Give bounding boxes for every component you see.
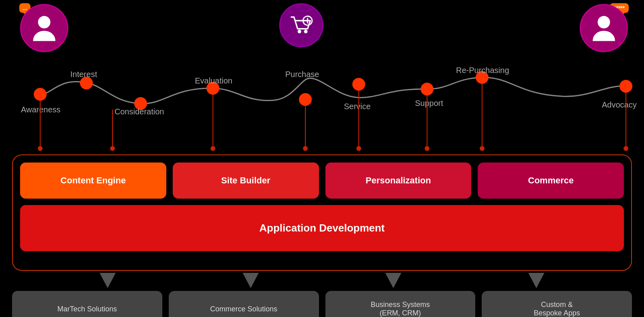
custom-apps-label: Custom & Bespoke Apps [534, 301, 580, 317]
svg-text:Service: Service [344, 102, 371, 111]
svg-point-28 [110, 146, 115, 151]
martech-label: MarTech Solutions [57, 305, 117, 313]
svg-point-15 [619, 80, 632, 93]
arrows-row [12, 273, 632, 289]
svg-point-7 [34, 88, 47, 101]
appdev-label: Application Development [259, 222, 384, 234]
martech-box: MarTech Solutions [12, 291, 162, 317]
svg-point-36 [425, 146, 429, 151]
svg-text:Interest: Interest [70, 70, 97, 79]
arrow-commerce [241, 273, 261, 289]
commerce-solutions-label: Commerce Solutions [210, 305, 277, 313]
svg-text:Consideration: Consideration [114, 107, 164, 116]
svg-text:Advocacy: Advocacy [602, 100, 637, 109]
svg-point-26 [38, 146, 43, 151]
main-card: Content Engine Site Builder Personalizat… [12, 154, 632, 271]
appdev-bar[interactable]: Application Development [20, 205, 624, 251]
svg-text:Purchase: Purchase [285, 70, 319, 79]
svg-point-30 [211, 146, 215, 151]
svg-point-40 [624, 146, 628, 151]
info-boxes: MarTech Solutions Commerce Solutions Bus… [12, 291, 632, 317]
journey-area: ... ***** [0, 0, 644, 156]
site-builder-button[interactable]: Site Builder [173, 163, 319, 199]
arrow-custom [526, 273, 546, 289]
top-buttons-row: Content Engine Site Builder Personalizat… [20, 163, 624, 199]
arrow-martech [98, 273, 118, 289]
svg-marker-43 [385, 273, 401, 288]
svg-point-12 [352, 78, 365, 91]
business-systems-box: Business Systems (ERM, CRM) [325, 291, 476, 317]
svg-point-32 [303, 146, 308, 151]
svg-point-38 [480, 146, 485, 151]
svg-text:Awareness: Awareness [21, 105, 61, 114]
svg-text:Support: Support [415, 99, 443, 108]
content-engine-button[interactable]: Content Engine [20, 163, 166, 199]
svg-text:Re-Purchasing: Re-Purchasing [456, 66, 509, 75]
svg-marker-41 [100, 273, 116, 288]
personalization-button[interactable]: Personalization [325, 163, 472, 199]
commerce-solutions-box: Commerce Solutions [169, 291, 319, 317]
svg-point-13 [421, 83, 433, 96]
svg-point-11 [299, 93, 312, 106]
svg-text:Evaluation: Evaluation [195, 76, 232, 85]
bottom-section: Content Engine Site Builder Personalizat… [12, 154, 632, 313]
arrow-business [383, 273, 403, 289]
journey-svg: Awareness Interest Consideration Evaluat… [0, 0, 644, 156]
commerce-button[interactable]: Commerce [478, 163, 624, 199]
svg-marker-44 [528, 273, 544, 288]
svg-marker-42 [243, 273, 259, 288]
business-systems-label: Business Systems (ERM, CRM) [371, 301, 430, 317]
svg-point-34 [356, 146, 361, 151]
diagram-container: ... ***** [0, 0, 644, 317]
custom-apps-box: Custom & Bespoke Apps [482, 291, 632, 317]
